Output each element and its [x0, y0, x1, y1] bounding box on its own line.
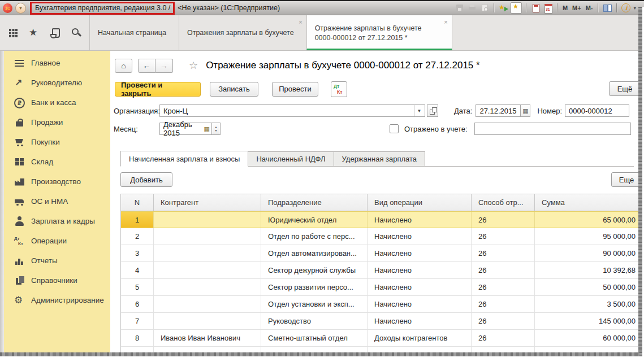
memory-plus-button[interactable]: M+ — [571, 5, 582, 11]
split-window-icon[interactable] — [602, 3, 612, 13]
trend-icon — [14, 77, 25, 89]
add-row-button[interactable]: Добавить — [120, 172, 172, 187]
show-postings-dtkt-button[interactable] — [331, 81, 347, 97]
table-row[interactable]: 6 Отдел установки и эксп... Начислено 26… — [121, 296, 644, 313]
sidebar-item[interactable]: Зарплата и кадры — [4, 211, 110, 231]
chevron-down-icon[interactable]: ▼ — [414, 105, 423, 116]
window-tab[interactable]: Начальная страница × — [89, 15, 179, 50]
sidebar-item[interactable]: Банк и касса — [4, 93, 110, 112]
column-header[interactable]: Контрагент — [154, 194, 261, 211]
table-row[interactable]: 5 Сектор развития персо... Начислено 26 … — [121, 279, 644, 296]
favorites-icon[interactable] — [511, 2, 522, 14]
back-button[interactable]: ← — [138, 59, 155, 73]
sidebar-item[interactable]: Администрирование — [4, 290, 110, 310]
fields-row-2: Месяц: Декабрь 2015 ▦ ▲▼ Отражено в учет… — [114, 123, 644, 135]
table-row[interactable]: 4 Сектор дежурной службы Начислено 26 10… — [121, 262, 644, 279]
open-organization-icon[interactable] — [427, 104, 438, 117]
chevron-down-icon[interactable]: ▾ — [633, 5, 636, 11]
forward-button[interactable]: → — [155, 59, 173, 73]
memory-recall-button[interactable]: M — [561, 5, 569, 11]
column-header[interactable]: N — [121, 194, 154, 211]
table-row[interactable]: 1 Юридический отдел Начислено 26 65 000,… — [121, 211, 644, 228]
organization-field[interactable]: Крон-Ц ▼ — [159, 104, 425, 117]
sidebar-item[interactable]: Склад — [4, 152, 110, 172]
home-button[interactable]: ⌂ — [115, 59, 132, 73]
sidebar-item[interactable]: Руководителю — [4, 73, 110, 93]
sum-cell: 90 000,00 — [535, 245, 644, 261]
app-title-highlighted: Бухгалтерия предприятия, редакция 3.0 / — [30, 2, 175, 15]
system-menu-icon[interactable]: ▼ — [15, 3, 26, 14]
tab-label: Начальная страница — [98, 29, 166, 37]
column-header[interactable]: Подразделение — [261, 194, 368, 211]
close-icon[interactable]: × — [299, 19, 302, 25]
close-icon[interactable]: × — [444, 19, 447, 25]
info-icon[interactable] — [621, 3, 631, 13]
salary-table: N Контрагент Подразделение Вид операции … — [120, 194, 644, 362]
sum-cell: 10 392,68 — [535, 262, 644, 278]
window-tab[interactable]: Отражение зарплаты в бухучете 0000-00001… — [306, 15, 452, 50]
method-cell: 26 — [472, 330, 535, 346]
more-button-top[interactable]: Ещё — [609, 81, 641, 96]
sidebar-item-label: Отчеты — [31, 256, 58, 265]
tab-strip: Начальная страница × Отражения зарплаты … — [0, 15, 644, 51]
sidebar-item-label: Справочники — [31, 276, 77, 285]
table-row[interactable]: 3 Отдел автоматизирован... Начислено 26 … — [121, 245, 644, 262]
favorite-star-icon[interactable]: ☆ — [189, 59, 198, 72]
all-functions-menu-icon[interactable] — [7, 27, 19, 38]
table-row[interactable]: 7 Руководство Начислено 26 145 000,00 — [121, 313, 644, 330]
window-tab[interactable]: Отражения зарплаты в бухучете × — [179, 15, 306, 50]
post-and-close-button[interactable]: Провести и закрыть — [115, 82, 201, 97]
row-number-cell: 3 — [121, 245, 154, 261]
table-row[interactable]: 8 Иванов Иван Иванович Сметно-штатный от… — [121, 330, 644, 347]
sidebar-item[interactable]: Справочники — [4, 271, 110, 290]
more-button-table[interactable]: Еще — [611, 172, 642, 187]
sidebar-item[interactable]: Производство — [4, 172, 110, 191]
number-field[interactable]: 0000-000012 — [565, 104, 629, 117]
reflected-checkbox[interactable] — [390, 124, 399, 133]
sidebar-item[interactable]: Отчеты — [4, 251, 110, 271]
table-row[interactable]: 2 Отдел по работе с перс... Начислено 26… — [121, 228, 644, 245]
add-favorite-icon[interactable] — [498, 3, 508, 13]
date-field[interactable]: 27.12.2015 — [476, 104, 521, 117]
date-picker-icon[interactable]: ▦ — [521, 104, 530, 117]
sidebar-item-label: Главное — [31, 59, 60, 67]
sidebar-item[interactable]: Операции — [4, 231, 110, 251]
method-cell: 26 — [472, 228, 535, 245]
column-header[interactable]: Сумма — [535, 194, 644, 211]
calendar-icon[interactable] — [543, 3, 553, 13]
document-tab[interactable]: Начисленный НДФЛ — [248, 151, 334, 166]
operation-cell: Начислено — [368, 313, 472, 329]
document-tab[interactable]: Удержанная зарплата — [334, 151, 425, 166]
memory-minus-button[interactable]: M- — [585, 5, 594, 11]
column-header[interactable]: Вид операции — [368, 194, 472, 211]
sum-cell: 65 000,00 — [535, 212, 644, 228]
history-icon[interactable] — [49, 27, 60, 38]
torn-edge-right — [638, 7, 642, 360]
organization-label: Организация: — [114, 107, 159, 115]
calendar-glyph-icon[interactable]: ▦ — [204, 125, 210, 133]
reflected-label: Отражено в учете: — [404, 125, 468, 133]
sum-cell: 50 000,00 — [535, 279, 644, 295]
calculator-icon[interactable] — [530, 3, 541, 13]
reflected-field[interactable] — [474, 123, 631, 135]
operation-cell: Начислено — [368, 296, 472, 312]
write-button[interactable]: Записать — [210, 82, 258, 97]
print-icon[interactable] — [467, 3, 477, 13]
department-cell: Руководство — [261, 313, 368, 329]
save-icon[interactable] — [455, 3, 465, 13]
sidebar-item[interactable]: Главное — [4, 53, 110, 73]
sidebar-item[interactable]: Продажи — [4, 112, 110, 132]
document-tab[interactable]: Начисленная зарплата и взносы — [120, 151, 248, 167]
sidebar-item-label: ОС и НМА — [31, 197, 68, 206]
search-icon[interactable] — [70, 27, 81, 38]
document-tab-label: Начисленная зарплата и взносы — [129, 155, 240, 163]
column-header[interactable]: Способ отр... — [472, 194, 535, 211]
sidebar-item[interactable]: Покупки — [4, 132, 110, 152]
favorites-star-icon[interactable] — [28, 27, 40, 38]
post-button[interactable]: Провести — [272, 82, 318, 97]
month-stepper[interactable]: ▲▼ — [212, 123, 221, 135]
sidebar-item[interactable]: ОС и НМА — [4, 191, 110, 211]
print-preview-icon[interactable] — [479, 3, 490, 13]
sidebar-item-label: Производство — [31, 177, 81, 186]
month-field[interactable]: Декабрь 2015 ▦ — [159, 123, 212, 135]
